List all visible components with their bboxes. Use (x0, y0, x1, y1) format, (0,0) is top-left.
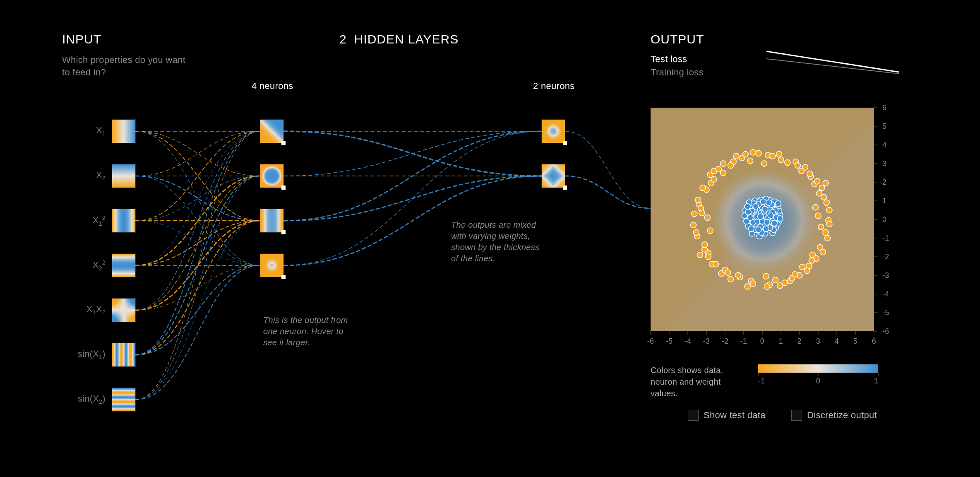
svg-text:-4: -4 (882, 290, 889, 298)
svg-text:3: 3 (882, 159, 886, 168)
svg-text:4: 4 (835, 337, 839, 345)
discretize-output-checkbox[interactable] (791, 410, 802, 421)
layer1-neuron-count: 4 neurons (252, 81, 293, 92)
svg-text:0: 0 (816, 377, 820, 385)
neuron-handle[interactable] (563, 141, 567, 145)
color-legend: -101 (758, 364, 878, 389)
input-feature-thumb[interactable] (112, 209, 136, 233)
svg-text:1: 1 (882, 197, 886, 205)
svg-text:3: 3 (816, 337, 820, 345)
svg-text:-1: -1 (882, 234, 889, 242)
feature-label: X1 (58, 125, 106, 137)
input-subtitle: Which properties do you want to feed in? (62, 54, 186, 78)
svg-text:1: 1 (779, 337, 783, 345)
input-feature-thumb[interactable] (112, 388, 136, 412)
feature-label: X22 (58, 259, 106, 272)
show-test-data-checkbox[interactable] (688, 410, 699, 421)
neuron-handle[interactable] (281, 186, 286, 190)
svg-text:-2: -2 (882, 253, 889, 261)
hidden-header: 2HIDDEN LAYERS (339, 32, 459, 46)
input-feature-thumb[interactable] (112, 298, 136, 322)
neuron-handle[interactable] (281, 275, 286, 279)
svg-text:4: 4 (882, 141, 886, 149)
neuron-handle[interactable] (281, 141, 286, 145)
input-feature-thumb[interactable] (112, 164, 136, 188)
show-test-data-label: Show test data (704, 410, 766, 421)
hidden2-neuron-thumb[interactable] (541, 164, 565, 188)
svg-text:-3: -3 (703, 337, 710, 345)
test-loss-label: Test loss (651, 54, 687, 65)
svg-text:-3: -3 (882, 271, 889, 279)
output-axes: -6-6-5-5-4-4-3-3-2-2-1-100112233445566 (651, 108, 924, 364)
hidden1-neuron-thumb[interactable] (260, 164, 284, 188)
hidden-count: 2 (339, 32, 347, 46)
svg-text:6: 6 (882, 104, 886, 112)
svg-text:5: 5 (882, 122, 886, 130)
feature-label: sin(X1) (58, 349, 106, 360)
hidden-title: HIDDEN LAYERS (354, 32, 459, 46)
input-feature-thumb[interactable] (112, 119, 136, 143)
discretize-output-label: Discretize output (807, 410, 877, 421)
train-loss-label: Training loss (651, 67, 704, 78)
hidden1-neuron-thumb[interactable] (260, 119, 284, 143)
svg-text:-6: -6 (882, 327, 889, 335)
svg-text:0: 0 (760, 337, 764, 345)
weights-callout: The outputs are mixed with varying weigh… (451, 219, 542, 264)
input-title: INPUT (62, 32, 101, 46)
feature-label: X2 (58, 170, 106, 181)
feature-label: X12 (58, 214, 106, 227)
input-feature-thumb[interactable] (112, 253, 136, 277)
svg-text:-2: -2 (722, 337, 729, 345)
svg-text:-4: -4 (685, 337, 692, 345)
output-title: OUTPUT (651, 32, 704, 46)
layer2-neuron-count: 2 neurons (533, 81, 575, 92)
neuron-callout: This is the output from one neuron. Hove… (263, 315, 358, 348)
svg-rect-218 (758, 364, 878, 373)
svg-text:5: 5 (853, 337, 858, 345)
svg-text:0: 0 (882, 215, 886, 224)
hidden1-neuron-thumb[interactable] (260, 253, 284, 277)
svg-text:2: 2 (797, 337, 802, 345)
legend-text: Colors shows data, neuron and weight val… (651, 364, 750, 399)
input-feature-thumb[interactable] (112, 343, 136, 367)
hidden2-neuron-thumb[interactable] (541, 119, 565, 143)
svg-text:-5: -5 (666, 337, 673, 345)
feature-label: sin(X2) (58, 393, 106, 405)
feature-label: X1X2 (58, 304, 106, 316)
hidden1-neuron-thumb[interactable] (260, 209, 284, 233)
svg-text:-1: -1 (740, 337, 747, 345)
svg-text:-6: -6 (647, 337, 654, 345)
svg-text:6: 6 (872, 337, 876, 345)
svg-text:1: 1 (874, 377, 878, 385)
loss-sparkline (766, 46, 899, 80)
svg-text:-5: -5 (882, 308, 889, 317)
svg-text:2: 2 (882, 178, 886, 186)
neuron-handle[interactable] (281, 230, 286, 234)
svg-text:-1: -1 (758, 377, 765, 385)
neuron-handle[interactable] (563, 186, 567, 190)
